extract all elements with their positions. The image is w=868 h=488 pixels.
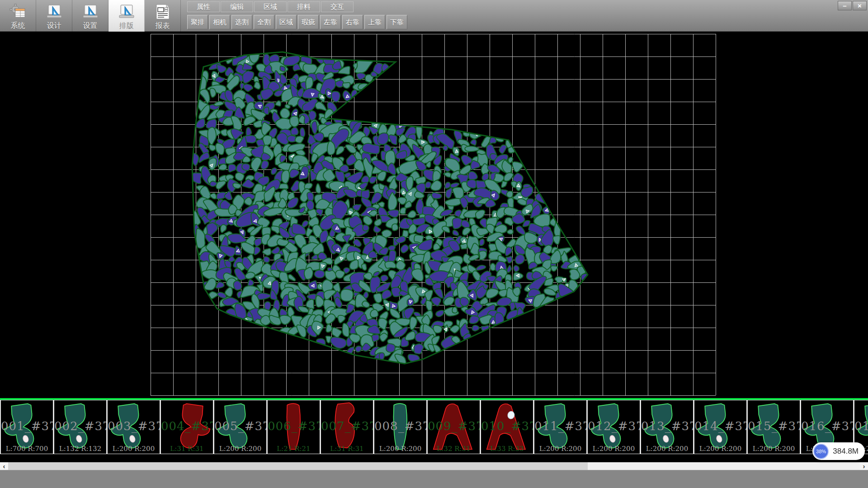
memory-usage-text: 384.8M <box>833 447 859 456</box>
tool-button-1[interactable]: 相机 <box>209 15 230 29</box>
tab-settings[interactable]: 设置 <box>72 0 108 32</box>
thumbnail-label: 013_#37 <box>641 419 693 433</box>
tab-label: 排版 <box>119 21 134 30</box>
thumbnail-label: 008_#37 <box>374 419 426 433</box>
thumbnail-label: 007_#37 <box>321 419 373 433</box>
thumbnail-cell[interactable]: 002_#37L:132 R:132 <box>53 400 107 454</box>
tab-label: 报表 <box>156 21 170 30</box>
close-button[interactable]: × <box>853 1 867 10</box>
tab-system[interactable]: 系统 <box>0 0 36 32</box>
app-window: 系统设计设置排版报表 属性编辑区域排料交互 聚排相机选割全割区域瑕疵左靠右靠上靠… <box>0 0 868 488</box>
settings-icon <box>82 3 99 21</box>
ribbon-menu: 属性编辑区域排料交互 聚排相机选割全割区域瑕疵左靠右靠上靠下靠 <box>187 0 409 31</box>
layout-icon <box>118 3 135 21</box>
thumbnail-meta: L:31 R:31 <box>161 445 213 453</box>
thumbnail-cell[interactable]: 010_#37L:33 R:33 <box>480 400 533 454</box>
menu-tab-1[interactable]: 编辑 <box>221 1 253 12</box>
main-tabs: 系统设计设置排版报表 <box>0 0 181 32</box>
thumbnail-meta: L:700 R:700 <box>1 445 53 453</box>
tool-button-2[interactable]: 选割 <box>231 15 252 29</box>
thumbnail-label: 016_#37 <box>801 419 853 433</box>
thumbnail-cell[interactable]: 004_#37L:31 R:31 <box>160 400 213 454</box>
menu-tab-row: 属性编辑区域排料交互 <box>187 0 409 14</box>
minimize-button[interactable]: – <box>838 1 852 10</box>
thumbnail-label: 004_#37 <box>161 419 213 433</box>
tool-button-5[interactable]: 瑕疵 <box>298 15 319 29</box>
piece-thumbnail-strip: 001_#37L:700 R:700002_#37L:132 R:132003_… <box>0 400 868 454</box>
thumbnail-label: 011_#37 <box>534 419 586 433</box>
menu-tab-4[interactable]: 交互 <box>321 1 354 12</box>
scroll-right-arrow-icon[interactable]: › <box>860 462 868 470</box>
menu-tab-3[interactable]: 排料 <box>288 1 320 12</box>
tool-button-4[interactable]: 区域 <box>276 15 297 29</box>
thumbnail-meta: L:33 R:33 <box>481 445 533 453</box>
scroll-left-arrow-icon[interactable]: ‹ <box>0 462 8 470</box>
tool-button-0[interactable]: 聚排 <box>187 15 208 29</box>
thumbnail-meta: L:200 R:200 <box>374 445 426 453</box>
thumbnail-meta: L:132 R:132 <box>54 445 106 453</box>
tab-label: 系统 <box>11 21 25 30</box>
system-icon <box>9 3 27 21</box>
thumbnail-label: 003_#37 <box>108 419 160 433</box>
thumbnail-cell[interactable]: 012_#37L:200 R:200 <box>587 400 640 454</box>
tab-design[interactable]: 设计 <box>36 0 72 32</box>
thumbnail-meta: L:31 R:31 <box>321 445 373 453</box>
progress-percent-badge: 38% <box>813 444 829 459</box>
status-bar <box>0 470 868 488</box>
thumbnail-label: 014_#37 <box>694 419 746 433</box>
ribbon-toolbar: 系统设计设置排版报表 属性编辑区域排料交互 聚排相机选割全割区域瑕疵左靠右靠上靠… <box>0 0 868 32</box>
tool-button-8[interactable]: 上靠 <box>364 15 385 29</box>
memory-usage-badge[interactable]: 38% 384.8M <box>812 442 865 460</box>
tab-report[interactable]: 报表 <box>145 0 181 32</box>
thumbnail-cell[interactable]: 008_#37L:200 R:200 <box>373 400 427 454</box>
tool-button-row: 聚排相机选割全割区域瑕疵左靠右靠上靠下靠 <box>187 14 409 31</box>
thumbnail-cell[interactable]: 001_#37L:700 R:700 <box>0 400 53 454</box>
thumbnail-meta: L:200 R:200 <box>748 445 800 453</box>
thumbnail-meta: L:200 R:200 <box>694 445 746 453</box>
tab-layout[interactable]: 排版 <box>108 0 145 32</box>
thumbnail-label: 001_#37 <box>1 419 53 433</box>
report-icon <box>154 3 171 21</box>
thumbnail-cell[interactable]: 007_#37L:31 R:31 <box>320 400 373 454</box>
thumbnail-cell[interactable]: 006_#37L:21 R:21 <box>267 400 320 454</box>
thumbnail-label: 005_#37 <box>214 419 266 433</box>
thumbnail-cell[interactable]: 009_#37L:32 R:31 <box>427 400 480 454</box>
thumbnail-meta: L:21 R:21 <box>268 445 320 453</box>
thumbnail-meta: L:32 R:31 <box>428 445 480 453</box>
thumbnail-cell[interactable]: 014_#37L:200 R:200 <box>693 400 747 454</box>
thumbnail-meta: L:200 R:200 <box>214 445 266 453</box>
tool-button-3[interactable]: 全割 <box>254 15 274 29</box>
horizontal-scrollbar[interactable]: ‹ › <box>0 462 868 470</box>
thumbnail-meta: L:200 R:200 <box>641 445 693 453</box>
thumbnail-cell[interactable]: 011_#37L:200 R:200 <box>533 400 587 454</box>
thumbnail-meta: L:200 R:200 <box>108 445 160 453</box>
tool-button-7[interactable]: 右靠 <box>342 15 363 29</box>
thumbnail-cell[interactable]: 003_#37L:200 R:200 <box>107 400 160 454</box>
thumbnail-meta: L:200 R:200 <box>588 445 640 453</box>
tab-label: 设置 <box>83 21 98 30</box>
thumbnail-label: 015_#37 <box>748 419 800 433</box>
thumbnail-label: 010_#37 <box>481 419 533 433</box>
menu-tab-0[interactable]: 属性 <box>187 1 220 12</box>
thumbnail-cell[interactable]: 005_#37L:200 R:200 <box>213 400 267 454</box>
tool-button-9[interactable]: 下靠 <box>387 15 407 29</box>
thumbnail-label: 012_#37 <box>588 419 640 433</box>
thumbnail-label: 009_#37 <box>428 419 480 433</box>
tool-button-6[interactable]: 左靠 <box>320 15 341 29</box>
tab-label: 设计 <box>47 21 61 30</box>
thumbnail-label: 006_#37 <box>268 419 320 433</box>
thumbnail-label: 002_#37 <box>54 419 106 433</box>
thumbnail-cell[interactable]: 013_#37L:200 R:200 <box>640 400 693 454</box>
thumbnail-meta: L:200 R:200 <box>534 445 586 453</box>
menu-tab-2[interactable]: 区域 <box>254 1 287 12</box>
scrollbar-thumb[interactable] <box>8 462 588 470</box>
thumbnail-label: 017_#37 <box>854 419 868 433</box>
design-icon <box>46 3 63 21</box>
thumbnail-cell[interactable]: 015_#37L:200 R:200 <box>747 400 800 454</box>
window-controls: – × <box>837 1 867 10</box>
